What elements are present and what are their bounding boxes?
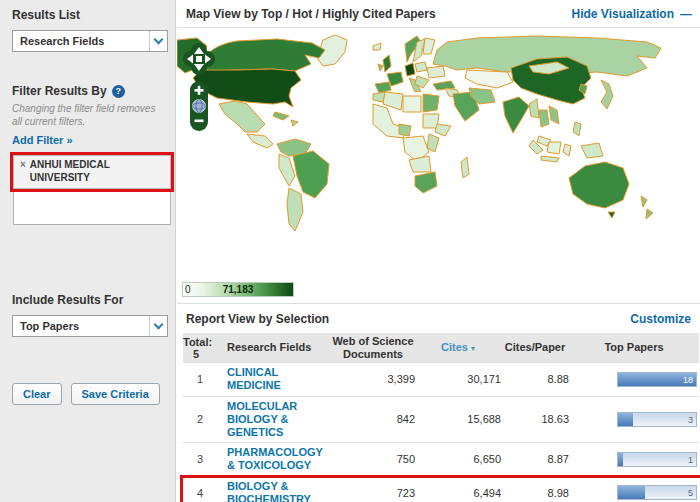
docs-value: 723	[331, 487, 415, 499]
help-icon[interactable]: ?	[112, 85, 125, 98]
remove-filter-icon[interactable]: ×	[20, 159, 26, 184]
top-papers-value: 5	[688, 487, 693, 499]
top-papers-value: 3	[688, 414, 693, 426]
results-list-value: Research Fields	[13, 35, 149, 47]
cites-value: 15,688	[415, 413, 501, 425]
column-header-cites[interactable]: Cites ▾	[415, 341, 501, 354]
field-link[interactable]: BIOLOGY & BIOCHEMISTRY	[227, 480, 311, 502]
filter-list-box[interactable]	[13, 192, 171, 225]
chevron-down-icon[interactable]	[149, 316, 167, 336]
table-row[interactable]: 3 PHARMACOLOGY & TOXICOLOGY 750 6,650 8.…	[183, 442, 699, 475]
report-view-title: Report View by Selection	[186, 312, 329, 326]
row-rank: 4	[183, 487, 209, 499]
customize-link[interactable]: Customize	[630, 312, 691, 326]
hide-visualization-label: Hide Visualization	[572, 7, 674, 21]
docs-value: 3,399	[331, 373, 415, 385]
field-link[interactable]: MOLECULAR BIOLOGY & GENETICS	[227, 400, 297, 438]
choropleth-map[interactable]	[177, 28, 697, 278]
column-header-top-papers[interactable]: Top Papers	[569, 341, 699, 354]
chevron-down-icon[interactable]	[149, 31, 167, 51]
sort-desc-icon: ▾	[471, 344, 475, 353]
active-filter-item[interactable]: × ANHUI MEDICAL UNIVERSITY	[13, 155, 171, 189]
legend-min-label: 0	[185, 284, 191, 295]
docs-value: 750	[331, 453, 415, 465]
row-rank: 2	[183, 413, 209, 425]
field-link[interactable]: PHARMACOLOGY & TOXICOLOGY	[227, 446, 323, 471]
map-zoom-control[interactable]	[190, 81, 208, 131]
zoom-out-icon	[195, 120, 204, 123]
cites-per-paper-value: 8.98	[501, 487, 569, 499]
table-row[interactable]: 1 CLINICAL MEDICINE 3,399 30,171 8.88 18	[183, 362, 699, 395]
include-results-value: Top Papers	[13, 320, 149, 332]
include-results-heading: Include Results For	[12, 293, 175, 307]
top-papers-bar: 5	[617, 485, 697, 500]
clear-button[interactable]: Clear	[12, 383, 62, 405]
table-row[interactable]: 4 BIOLOGY & BIOCHEMISTRY 723 6,494 8.98 …	[183, 476, 699, 502]
docs-value: 842	[331, 413, 415, 425]
filter-note: Changing the filter field removes all cu…	[12, 103, 162, 128]
legend-max-label: 71,183	[223, 284, 254, 295]
include-results-dropdown[interactable]: Top Papers	[12, 315, 168, 337]
cites-value: 6,494	[415, 487, 501, 499]
table-row[interactable]: 2 MOLECULAR BIOLOGY & GENETICS 842 15,68…	[183, 396, 699, 443]
top-papers-bar: 18	[617, 372, 697, 387]
top-papers-value: 18	[683, 374, 693, 386]
sidebar: Results List Research Fields Filter Resu…	[0, 0, 176, 502]
results-list-dropdown[interactable]: Research Fields	[12, 30, 168, 52]
map-view-title: Map View by Top / Hot / Highly Cited Pap…	[186, 7, 436, 21]
column-header-research-fields[interactable]: Research Fields	[209, 341, 331, 354]
annotation-red-box-filter: × ANHUI MEDICAL UNIVERSITY	[10, 152, 174, 192]
main-panel: Map View by Top / Hot / Highly Cited Pap…	[177, 0, 700, 502]
hide-visualization-link[interactable]: Hide Visualization —	[572, 7, 692, 21]
add-filter-link[interactable]: Add Filter »	[12, 134, 73, 146]
results-list-heading: Results List	[12, 8, 175, 22]
column-header-cites-per-paper[interactable]: Cites/Paper	[501, 341, 569, 354]
top-papers-value: 1	[688, 454, 693, 466]
minus-icon: —	[680, 7, 692, 21]
table-header-row: Total: 5 Research Fields Web of Science …	[183, 333, 699, 362]
field-link[interactable]: CLINICAL MEDICINE	[227, 366, 281, 391]
map-legend: 0 71,183	[182, 282, 294, 297]
active-filter-label: ANHUI MEDICAL UNIVERSITY	[30, 159, 166, 184]
cites-value: 6,650	[415, 453, 501, 465]
cites-value: 30,171	[415, 373, 501, 385]
row-rank: 3	[183, 453, 209, 465]
cites-per-paper-value: 8.88	[501, 373, 569, 385]
cites-per-paper-value: 18.63	[501, 413, 569, 425]
top-papers-bar: 1	[617, 452, 697, 467]
save-criteria-button[interactable]: Save Criteria	[71, 383, 160, 405]
report-table: Total: 5 Research Fields Web of Science …	[183, 333, 699, 502]
row-rank: 1	[183, 373, 209, 385]
globe-icon	[193, 100, 206, 113]
column-header-documents[interactable]: Web of Science Documents	[331, 335, 415, 360]
world-map[interactable]	[177, 28, 700, 280]
cites-per-paper-value: 8.87	[501, 453, 569, 465]
total-count: Total: 5	[183, 336, 209, 360]
top-papers-bar: 3	[617, 412, 697, 427]
filter-by-heading: Filter Results By	[12, 84, 107, 98]
